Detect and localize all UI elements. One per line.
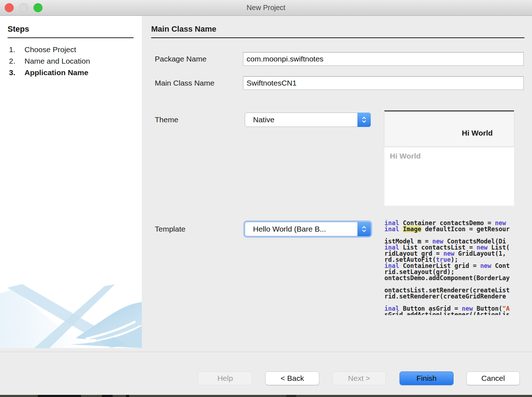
steps-list: 1.Choose Project2.Name and Location3.App… xyxy=(0,44,142,78)
background-window-edge xyxy=(0,395,532,397)
step-item: 2.Name and Location xyxy=(0,55,142,67)
steps-sidebar: Steps 1.Choose Project2.Name and Locatio… xyxy=(0,16,142,348)
theme-select-value: Native xyxy=(253,115,275,124)
main-panel: Main Class Name Package Name Main Class … xyxy=(142,16,532,348)
package-name-label: Package Name xyxy=(155,52,207,66)
back-button[interactable]: < Back xyxy=(265,371,319,385)
package-name-input[interactable] xyxy=(243,52,524,66)
window-title: New Project xyxy=(0,0,532,15)
template-select[interactable]: Hello World (Bare B... xyxy=(245,222,371,236)
zoom-icon[interactable] xyxy=(33,3,42,12)
help-button: Help xyxy=(198,371,252,385)
template-label: Template xyxy=(155,222,185,236)
code-preview: inal Container contactsDemo = newinal Im… xyxy=(384,220,514,315)
chevron-up-down-icon xyxy=(357,113,371,127)
theme-select[interactable]: Native xyxy=(245,113,371,127)
watermark-graphic xyxy=(0,283,142,348)
window-titlebar: New Project xyxy=(0,0,532,16)
footer-buttons: Help< BackNext >FinishCancel xyxy=(0,348,532,397)
steps-heading: Steps xyxy=(8,24,134,38)
finish-button[interactable]: Finish xyxy=(400,371,454,385)
chevron-up-down-icon xyxy=(357,222,371,236)
main-class-label: Main Class Name xyxy=(155,76,215,90)
theme-preview-body-text: Hi World xyxy=(390,152,514,160)
template-select-value: Hello World (Bare B... xyxy=(253,225,326,233)
close-icon[interactable] xyxy=(5,3,14,12)
theme-preview-titlebar: Hi World xyxy=(384,111,514,147)
main-class-input[interactable] xyxy=(243,76,524,90)
step-item: 1.Choose Project xyxy=(0,44,142,55)
theme-label: Theme xyxy=(155,113,178,127)
minimize-icon xyxy=(19,3,28,12)
step-item: 3.Application Name xyxy=(0,67,142,78)
theme-preview-title: Hi World xyxy=(462,129,493,137)
next-button: Next > xyxy=(332,371,386,385)
page-title: Main Class Name xyxy=(151,24,524,38)
cancel-button[interactable]: Cancel xyxy=(466,371,520,385)
theme-preview: Hi World Hi World xyxy=(384,110,514,206)
